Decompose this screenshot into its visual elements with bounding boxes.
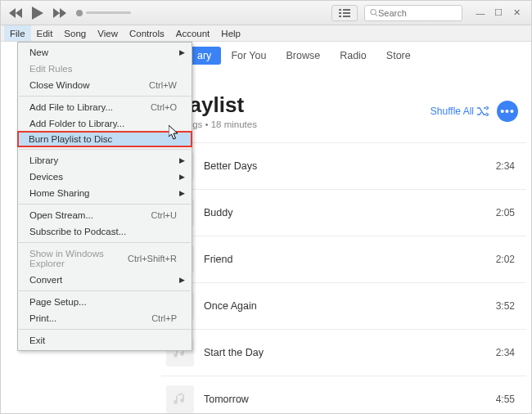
menu-item-library[interactable]: Library▶ [18, 152, 192, 169]
menu-separator [19, 242, 191, 243]
submenu-arrow-icon: ▶ [179, 276, 185, 284]
menu-item-close-window[interactable]: Close WindowCtrl+W [18, 77, 192, 93]
song-duration: 2:02 [496, 254, 515, 265]
maximize-button[interactable]: ☐ [490, 5, 507, 21]
song-duration: 2:34 [496, 160, 515, 172]
menu-item-page-setup[interactable]: Page Setup... [18, 294, 192, 310]
search-icon [370, 8, 378, 17]
file-menu-dropdown: New▶Edit RulesClose WindowCtrl+WAdd File… [17, 42, 192, 351]
tab-store[interactable]: Store [376, 47, 421, 65]
menu-item-devices[interactable]: Devices▶ [18, 169, 192, 185]
menu-separator [19, 329, 191, 330]
svg-rect-1 [343, 9, 350, 11]
menu-item-show-in-windows-explorer: Show in Windows ExplorerCtrl+Shift+R [18, 245, 192, 272]
svg-rect-5 [343, 16, 350, 17]
svg-point-6 [371, 9, 376, 14]
song-name: Buddy [204, 207, 496, 218]
tab-ary[interactable]: ary [187, 47, 221, 65]
shuffle-icon [477, 106, 489, 116]
song-name: Friend [204, 254, 496, 265]
submenu-arrow-icon: ▶ [179, 189, 185, 197]
album-art-placeholder [166, 385, 194, 413]
svg-rect-3 [343, 12, 350, 14]
song-name: Better Days [204, 160, 496, 172]
song-list: Better Days2:34Buddy2:05Friend2:02Once A… [161, 142, 526, 414]
shuffle-all-button[interactable]: Shuffle All [431, 106, 489, 117]
menu-bar: FileEditSongViewControlsAccountHelp [1, 25, 531, 42]
list-view-button[interactable] [331, 5, 358, 21]
song-duration: 2:34 [496, 347, 515, 358]
song-name: Tomorrow [204, 394, 496, 405]
menu-separator [19, 149, 191, 150]
menu-song[interactable]: Song [58, 25, 92, 41]
right-controls: — ☐ ✕ [331, 5, 525, 21]
main-content: Playlist 6 songs • 18 minutes Shuffle Al… [161, 74, 526, 408]
song-duration: 3:52 [496, 300, 515, 312]
menu-edit[interactable]: Edit [31, 25, 59, 41]
submenu-arrow-icon: ▶ [179, 173, 185, 181]
nav-tabs: aryFor YouBrowseRadioStore [187, 47, 421, 65]
song-row[interactable]: Friend2:02 [161, 236, 526, 283]
song-duration: 4:55 [496, 394, 515, 405]
volume-control[interactable] [76, 10, 131, 16]
search-input[interactable] [378, 8, 457, 18]
shortcut-label: Ctrl+P [151, 313, 177, 323]
svg-rect-0 [339, 9, 341, 11]
menu-item-burn-playlist-to-disc[interactable]: Burn Playlist to Disc [17, 131, 192, 147]
more-options-button[interactable]: ••• [497, 101, 518, 122]
svg-rect-2 [339, 12, 341, 14]
menu-item-add-folder-to-library[interactable]: Add Folder to Library... [18, 115, 192, 132]
menu-item-convert[interactable]: Convert▶ [18, 272, 192, 288]
menu-file[interactable]: File [4, 25, 31, 41]
play-button[interactable] [29, 5, 47, 21]
song-duration: 2:05 [496, 207, 515, 218]
shortcut-label: Ctrl+O [151, 102, 177, 112]
menu-item-subscribe-to-podcast[interactable]: Subscribe to Podcast... [18, 223, 192, 240]
song-row[interactable]: Start the Day2:34 [161, 330, 526, 376]
menu-item-print[interactable]: Print...Ctrl+P [18, 310, 192, 326]
menu-account[interactable]: Account [170, 25, 216, 41]
title-bar: — ☐ ✕ [1, 1, 531, 25]
playback-controls [7, 5, 68, 21]
song-row[interactable]: Buddy2:05 [161, 190, 526, 236]
submenu-arrow-icon: ▶ [179, 48, 185, 56]
menu-separator [19, 96, 191, 97]
menu-item-open-stream[interactable]: Open Stream...Ctrl+U [18, 207, 192, 223]
song-row[interactable]: Once Again3:52 [161, 283, 526, 330]
tab-for-you[interactable]: For You [221, 47, 276, 65]
svg-rect-4 [339, 16, 341, 17]
menu-help[interactable]: Help [215, 25, 246, 41]
shortcut-label: Ctrl+Shift+R [128, 254, 177, 263]
shortcut-label: Ctrl+W [149, 80, 177, 90]
song-name: Start the Day [204, 347, 496, 358]
menu-controls[interactable]: Controls [124, 25, 170, 41]
shortcut-label: Ctrl+U [151, 210, 177, 220]
search-box[interactable] [364, 5, 462, 21]
menu-view[interactable]: View [92, 25, 124, 41]
menu-item-home-sharing[interactable]: Home Sharing▶ [18, 185, 192, 201]
playlist-header: Playlist 6 songs • 18 minutes Shuffle Al… [161, 74, 526, 142]
menu-item-new[interactable]: New▶ [18, 44, 192, 61]
close-button[interactable]: ✕ [508, 5, 525, 21]
tab-browse[interactable]: Browse [276, 47, 330, 65]
minimize-button[interactable]: — [472, 5, 489, 21]
menu-item-add-file-to-library[interactable]: Add File to Library...Ctrl+O [18, 99, 192, 115]
svg-line-7 [375, 14, 377, 16]
menu-separator [19, 204, 191, 205]
song-row[interactable]: Tomorrow4:55 [161, 376, 526, 414]
previous-button[interactable] [7, 5, 24, 21]
song-row[interactable]: Better Days2:34 [161, 143, 526, 190]
song-name: Once Again [204, 300, 496, 312]
submenu-arrow-icon: ▶ [179, 156, 185, 164]
menu-item-exit[interactable]: Exit [18, 332, 192, 349]
menu-item-edit-rules: Edit Rules [18, 61, 192, 77]
next-button[interactable] [52, 5, 68, 21]
menu-separator [19, 290, 191, 291]
tab-radio[interactable]: Radio [330, 47, 376, 65]
